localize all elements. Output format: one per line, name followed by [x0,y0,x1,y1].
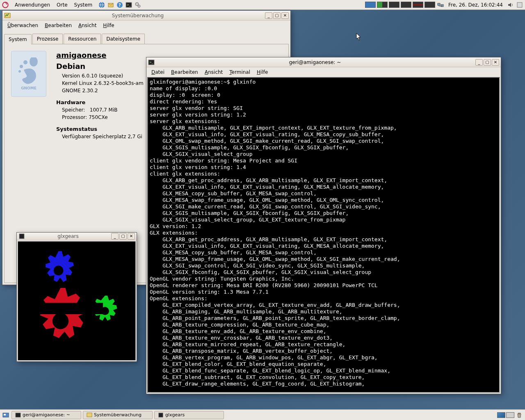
mouse-cursor-icon [356,33,362,41]
sm-hardware-label: Hardware [56,99,144,105]
gears-minimize-button[interactable]: _ [111,233,119,240]
taskbar-label-gears: glxgears [165,412,185,418]
terminal-menubar: Datei Bearbeiten Ansicht Terminal Hilfe [146,67,501,77]
svg-point-8 [138,5,140,7]
show-desktop-button[interactable] [2,411,10,419]
workspace-1[interactable] [365,2,376,8]
gnome-logo-text: GNOME [21,86,37,90]
sm-menu-bearbeiten[interactable]: Bearbeiten [41,23,75,28]
terminal-launcher-icon[interactable]: >_ [125,1,132,9]
sm-menubar: Überwachen Bearbeiten Ansicht Hilfe [2,21,290,30]
svg-text:>_: >_ [127,3,131,7]
workspace-switcher-small[interactable] [497,411,523,419]
bottom-panel: geri@amigaonese: ~ Systemüberwachung glx… [0,409,525,420]
taskbar-item-system-monitor[interactable]: Systemüberwachung [83,411,153,419]
sm-kernel: Kernel Linux 2.6.32-5-book3s-am [62,80,144,86]
system-monitor-icon [4,12,11,19]
system-monitor-title: Systemüberwachung [12,13,263,18]
sm-distro: Debian [56,62,144,71]
glxgears-window-icon [18,233,25,240]
terminal-window-icon: >_ [148,59,155,66]
taskbar-label-sm: Systemüberwachung [94,412,142,418]
term-minimize-button[interactable]: _ [475,59,483,66]
mail-icon[interactable] [107,1,114,9]
sm-tabs: System Prozesse Ressourcen Dateisysteme [2,30,290,44]
sm-menu-ansicht[interactable]: Ansicht [75,23,100,28]
sm-tab-ressourcen[interactable]: Ressourcen [64,34,101,44]
glxgears-canvas [18,241,136,361]
svg-rect-21 [34,303,103,314]
svg-text:?: ? [119,3,121,7]
term-maximize-button[interactable]: ▢ [484,59,491,66]
sm-maximize-button[interactable]: ▢ [273,12,281,19]
panel-menu-orte[interactable]: Orte [53,2,71,8]
term-menu-hilfe[interactable]: Hilfe [253,69,271,75]
term-menu-bearbeiten[interactable]: Bearbeiten [168,69,201,75]
network-icon[interactable] [437,1,444,9]
glxgears-titlebar[interactable]: glxgears _ ▢ ✕ [17,233,137,240]
term-menu-terminal[interactable]: Terminal [226,69,253,75]
top-panel: Anwendungen Orte System ? >_ Fre, 26. De… [0,0,525,10]
terminal-window: >_ geri@amigaonese: ~ _ ▢ ✕ Datei Bearbe… [146,57,501,394]
sm-hostname: amigaonese [56,51,144,59]
svg-rect-27 [87,413,92,417]
svg-point-13 [30,57,38,66]
svg-rect-26 [16,413,21,417]
sm-menu-hilfe[interactable]: Hilfe [100,23,117,28]
taskbar-item-terminal[interactable]: geri@amigaonese: ~ [11,411,81,419]
sm-tab-system[interactable]: System [4,34,32,44]
workspace-3[interactable] [389,2,399,8]
sm-tab-dateisysteme[interactable]: Dateisysteme [102,34,145,44]
help-icon[interactable]: ? [116,1,123,9]
panel-menu-anwendungen[interactable]: Anwendungen [11,2,53,8]
terminal-output[interactable]: glxinfogeri@amigaonese:~$ glxinfo name o… [147,77,500,393]
terminal-titlebar[interactable]: >_ geri@amigaonese: ~ _ ▢ ✕ [146,57,501,67]
glxgears-title: glxgears [27,233,110,239]
taskbar-label-terminal: geri@amigaonese: ~ [23,412,70,418]
gears-maximize-button[interactable]: ▢ [119,233,127,240]
sm-version: Version 6.0.10 (squeeze) [62,73,144,79]
sm-close-button[interactable]: ✕ [281,12,289,19]
panel-clock[interactable]: Fre, 26. Dez, 16:02:44 [446,2,505,8]
ws-small-2[interactable] [506,412,514,418]
panel-launcher-area: ? >_ [98,1,142,9]
terminal-task-icon [15,412,21,418]
workspace-6[interactable] [425,2,435,8]
svg-point-18 [54,266,64,276]
sm-menu-uberwachen[interactable]: Überwachen [4,23,41,28]
browser-icon[interactable] [98,1,105,9]
gears-svg [18,242,135,360]
svg-text:>_: >_ [149,61,153,64]
sm-status-label: Systemstatus [56,126,144,132]
gears-task-icon [158,412,164,418]
svg-rect-25 [4,414,6,415]
panel-menu-system[interactable]: System [71,2,96,8]
term-menu-ansicht[interactable]: Ansicht [201,69,226,75]
terminal-title: geri@amigaonese: ~ [156,59,474,65]
workspace-switcher-large[interactable] [365,2,435,8]
volume-icon[interactable] [507,1,514,9]
tray-icon[interactable] [516,1,523,9]
svg-rect-28 [159,413,163,417]
sm-gnome-version: GNOME 2.30.2 [62,88,144,94]
workspace-4[interactable] [401,2,411,8]
system-monitor-titlebar[interactable]: Systemüberwachung _ ▢ ✕ [2,11,290,21]
gears-close-button[interactable]: ✕ [128,233,135,240]
term-menu-datei[interactable]: Datei [148,69,168,75]
trash-icon[interactable] [515,411,523,419]
taskbar-item-glxgears[interactable]: glxgears [154,411,224,419]
sm-processor: Prozessor: 750CXe [62,114,144,120]
term-close-button[interactable]: ✕ [492,59,499,66]
sm-task-icon [87,412,92,418]
svg-point-14 [23,60,27,64]
sm-disk: Verfügbarer Speicherplatz 2,7 Gi [62,134,144,139]
sm-minimize-button[interactable]: _ [265,12,272,19]
svg-point-20 [52,313,68,329]
workspace-2[interactable] [377,2,388,8]
svg-rect-9 [438,3,440,5]
sm-tab-prozesse[interactable]: Prozesse [32,34,63,44]
settings-launcher-icon[interactable] [134,1,142,9]
workspace-5[interactable] [413,2,423,8]
ws-small-1[interactable] [497,412,505,418]
gnome-logo-icon: GNOME [11,51,46,97]
